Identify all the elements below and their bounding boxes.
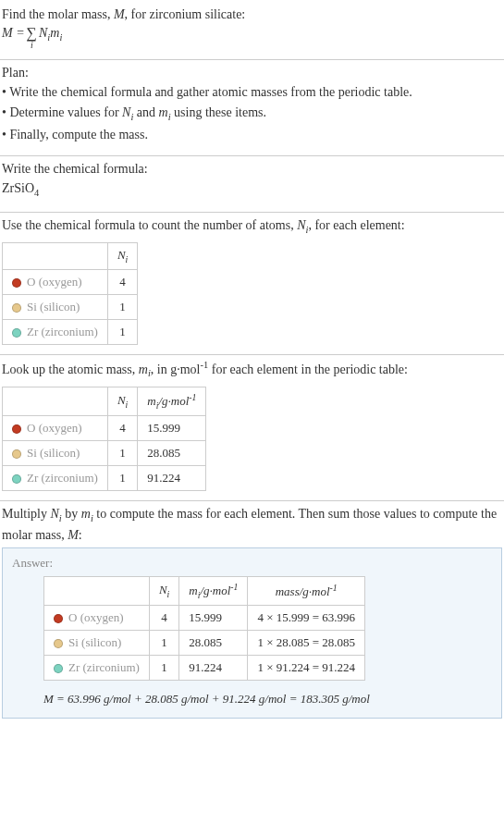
table-header-row: Ni mi/g·mol-1 mass/g·mol-1 — [44, 577, 365, 606]
m-cell: 91.224 — [179, 656, 248, 681]
answer-section: Multiply Ni by mi to compute the mass fo… — [0, 501, 504, 728]
table-row: O (oxygen) 4 15.999 4 × 15.999 = 63.996 — [44, 606, 365, 631]
sigma-symbol: ∑ i — [27, 26, 37, 50]
table-row: Si (silicon) 1 28.085 1 × 28.085 = 28.08… — [44, 631, 365, 656]
element-dot-icon — [12, 278, 21, 288]
multiply-intro: Multiply Ni by mi to compute the mass fo… — [2, 505, 502, 544]
write-formula-text: Write the chemical formula: — [2, 160, 502, 178]
element-cell: Si (silicon) — [44, 631, 150, 656]
sigma-index: i — [31, 41, 33, 50]
final-equation: M = 63.996 g/mol + 28.085 g/mol + 91.224… — [43, 692, 492, 707]
element-cell: Zr (zirconium) — [3, 320, 108, 345]
element-cell: Si (silicon) — [3, 441, 108, 466]
count-table: Ni O (oxygen) 4 Si (silicon) 1 Zr (zirco… — [2, 242, 138, 345]
lookup-intro: Look up the atomic mass, mi, in g·mol-1 … — [2, 359, 502, 381]
molar-mass-formula: M = ∑ i Nimi — [2, 26, 502, 50]
element-cell: Zr (zirconium) — [3, 466, 108, 491]
plan-bullet-2: • Determine values for Ni and mi using t… — [2, 104, 502, 124]
n-header: Ni — [149, 577, 178, 606]
element-dot-icon — [12, 474, 21, 484]
table-row: Zr (zirconium) 1 — [3, 320, 138, 345]
table-header-row: Ni mi/g·mol-1 — [3, 387, 206, 416]
sigma-icon: ∑ — [27, 26, 37, 41]
mass-header: mass/g·mol-1 — [248, 577, 365, 606]
plan-bullet-1: • Write the chemical formula and gather … — [2, 83, 502, 102]
n-cell: 1 — [107, 320, 137, 345]
m-cell: 28.085 — [179, 631, 248, 656]
plan-section: Plan: • Write the chemical formula and g… — [0, 60, 504, 155]
element-dot-icon — [12, 449, 21, 459]
element-cell: Zr (zirconium) — [44, 656, 150, 681]
compound-formula: ZrSiO4 — [2, 179, 502, 200]
intro-text-prefix: Find the molar mass, — [2, 7, 114, 21]
count-intro: Use the chemical formula to count the nu… — [2, 216, 502, 237]
empty-header — [3, 387, 108, 416]
intro-section: Find the molar mass, M, for zirconium si… — [0, 2, 504, 59]
n-cell: 4 — [149, 606, 178, 631]
element-dot-icon — [12, 424, 21, 434]
n-cell: 1 — [107, 466, 137, 491]
table-row: O (oxygen) 4 — [3, 270, 138, 295]
table-header-row: Ni — [3, 243, 138, 270]
formula-lhs: M = — [2, 26, 25, 41]
element-cell: O (oxygen) — [3, 270, 108, 295]
table-row: Si (silicon) 1 28.085 — [3, 441, 206, 466]
n-cell: 4 — [107, 416, 137, 441]
empty-header — [44, 577, 150, 606]
m-header: mi/g·mol-1 — [179, 577, 248, 606]
calc-cell: 1 × 91.224 = 91.224 — [248, 656, 365, 681]
element-dot-icon — [12, 328, 21, 338]
empty-header — [3, 243, 108, 270]
n-cell: 1 — [149, 656, 178, 681]
answer-label: Answer: — [12, 556, 492, 571]
m-cell: 15.999 — [138, 416, 206, 441]
plan-bullet-3: • Finally, compute the mass. — [2, 126, 502, 144]
lookup-mass-section: Look up the atomic mass, mi, in g·mol-1 … — [0, 355, 504, 500]
table-row: Zr (zirconium) 1 91.224 — [3, 466, 206, 491]
calc-cell: 1 × 28.085 = 28.085 — [248, 631, 365, 656]
table-row: Si (silicon) 1 — [3, 295, 138, 320]
m-header: mi/g·mol-1 — [138, 387, 206, 416]
element-cell: O (oxygen) — [3, 416, 108, 441]
element-cell: Si (silicon) — [3, 295, 108, 320]
table-row: O (oxygen) 4 15.999 — [3, 416, 206, 441]
n-cell: 1 — [107, 295, 137, 320]
n-cell: 1 — [149, 631, 178, 656]
m-cell: 91.224 — [138, 466, 206, 491]
intro-text-suffix: , for zirconium silicate: — [125, 7, 246, 21]
intro-line: Find the molar mass, M, for zirconium si… — [2, 6, 502, 24]
n-header: Ni — [107, 243, 137, 270]
element-dot-icon — [54, 614, 63, 623]
n-header: Ni — [107, 387, 137, 416]
element-cell: O (oxygen) — [44, 606, 150, 631]
calc-cell: 4 × 15.999 = 63.996 — [248, 606, 365, 631]
chemical-formula-section: Write the chemical formula: ZrSiO4 — [0, 156, 504, 212]
answer-table: Ni mi/g·mol-1 mass/g·mol-1 O (oxygen) 4 … — [43, 576, 365, 681]
answer-box: Answer: Ni mi/g·mol-1 mass/g·mol-1 O (ox… — [2, 547, 502, 719]
m-cell: 28.085 — [138, 441, 206, 466]
table-row: Zr (zirconium) 1 91.224 1 × 91.224 = 91.… — [44, 656, 365, 681]
formula-rhs: Nimi — [39, 26, 62, 43]
plan-heading: Plan: — [2, 64, 502, 82]
element-dot-icon — [54, 664, 63, 673]
m-cell: 15.999 — [179, 606, 248, 631]
n-cell: 1 — [107, 441, 137, 466]
answer-content: Ni mi/g·mol-1 mass/g·mol-1 O (oxygen) 4 … — [12, 576, 492, 707]
intro-m-var: M — [114, 7, 125, 21]
count-atoms-section: Use the chemical formula to count the nu… — [0, 213, 504, 354]
element-dot-icon — [12, 303, 21, 313]
n-cell: 4 — [107, 270, 137, 295]
lookup-table: Ni mi/g·mol-1 O (oxygen) 4 15.999 Si (si… — [2, 387, 206, 491]
element-dot-icon — [54, 639, 63, 648]
